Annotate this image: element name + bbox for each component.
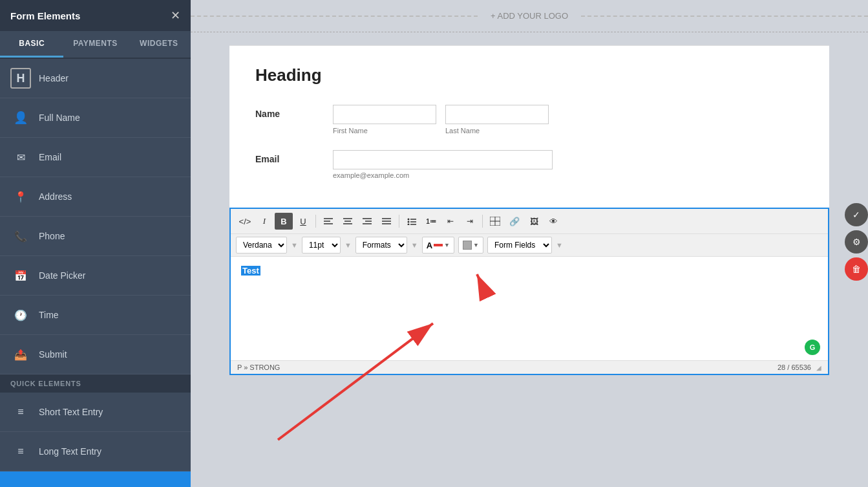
email-field-row: Email example@example.com (255, 150, 803, 179)
char-count: 28 / 65536 (778, 363, 811, 371)
sidebar-item-label: Short Text Entry (39, 407, 103, 417)
grammarly-area: G (805, 340, 820, 355)
first-name-group: First Name (333, 105, 436, 135)
sidebar-item-short-text[interactable]: ≡ Short Text Entry (0, 393, 191, 432)
sidebar-header: Form Elements ✕ (0, 0, 191, 31)
toolbar-ul-btn[interactable] (403, 213, 421, 230)
long-text-icon: ≡ (10, 441, 31, 462)
time-icon: 🕐 (10, 305, 31, 325)
tab-payments[interactable]: PAYMENTS (63, 31, 127, 58)
text-icon: Aa (10, 481, 31, 487)
sidebar-item-submit[interactable]: 📤 Submit (0, 335, 191, 374)
sidebar-item-address[interactable]: 📍 Address (0, 177, 191, 217)
datepicker-icon: 📅 (10, 265, 31, 286)
toolbar-align-left-btn[interactable] (319, 213, 337, 230)
grammarly-button[interactable]: G (805, 340, 820, 355)
gear-button[interactable]: ⚙ (845, 230, 868, 254)
font-color-swatch (434, 244, 443, 246)
align-center-icon (343, 217, 352, 225)
first-name-input[interactable] (333, 105, 436, 124)
toolbar-justify-btn[interactable] (377, 213, 396, 230)
sidebar-item-phone[interactable]: 📞 Phone (0, 217, 191, 256)
short-text-icon: ≡ (10, 402, 31, 422)
sidebar-item-label: Phone (39, 231, 65, 241)
sidebar-tabs: BASIC PAYMENTS WIDGETS (0, 31, 191, 59)
bg-color-button[interactable]: ▼ (458, 237, 483, 254)
toolbar-indent-in-btn[interactable]: ⇥ (461, 213, 479, 230)
address-icon: 📍 (10, 186, 31, 207)
fullname-icon: 👤 (10, 107, 31, 128)
add-logo-button[interactable]: + ADD YOUR LOGO (491, 11, 568, 21)
toolbar-align-right-btn[interactable] (358, 213, 376, 230)
last-name-input[interactable] (445, 105, 549, 124)
last-name-sublabel: Last Name (445, 127, 549, 135)
toolbar-preview-btn[interactable]: 👁 (544, 213, 562, 230)
top-bar: + ADD YOUR LOGO (191, 0, 868, 32)
tab-basic[interactable]: BASIC (0, 31, 63, 58)
sidebar-item-email[interactable]: ✉ Email (0, 138, 191, 177)
form-fields-select[interactable]: Form Fields (487, 237, 552, 254)
sidebar-item-header[interactable]: H Header (0, 59, 191, 98)
trash-button[interactable]: 🗑 (845, 257, 868, 281)
toolbar-underline-btn[interactable]: U (294, 213, 312, 230)
toolbar-ol-btn[interactable]: 1≔ (422, 213, 440, 230)
editor-status-path: P » STRONG (237, 363, 280, 371)
sidebar: Form Elements ✕ BASIC PAYMENTS WIDGETS H… (0, 0, 191, 487)
bg-color-swatch (463, 241, 472, 250)
sidebar-item-text[interactable]: Aa Text ⊕ (0, 471, 191, 487)
toolbar-indent-out-btn[interactable]: ⇤ (441, 213, 460, 230)
sidebar-item-label: Date Picker (39, 270, 85, 281)
toolbar-image-btn[interactable]: 🖼 (525, 213, 543, 230)
editor-content-area[interactable]: Test G (231, 257, 828, 360)
email-icon: ✉ (10, 147, 31, 168)
toolbar-table-btn[interactable] (486, 213, 504, 230)
sidebar-item-label: Time (39, 310, 59, 320)
sidebar-item-datepicker[interactable]: 📅 Date Picker (0, 256, 191, 296)
email-sublabel: example@example.com (333, 171, 553, 179)
check-button[interactable]: ✓ (845, 203, 868, 226)
font-dropdown-arrow: ▼ (291, 241, 298, 249)
name-field-row: Name First Name Last Name (255, 105, 803, 135)
sidebar-item-label: Address (39, 191, 72, 202)
align-right-icon (363, 217, 372, 225)
drag-handle-icon: ⊕ (172, 485, 180, 488)
sidebar-item-long-text[interactable]: ≡ Long Text Entry (0, 432, 191, 471)
fontsize-dropdown-arrow: ▼ (344, 241, 352, 249)
sidebar-item-label: Submit (39, 349, 67, 360)
format-dropdown-arrow: ▼ (411, 241, 418, 249)
tab-widgets[interactable]: WIDGETS (127, 31, 191, 58)
resize-handle-icon[interactable]: ◢ (816, 364, 821, 371)
sidebar-item-time[interactable]: 🕐 Time (0, 296, 191, 335)
submit-icon: 📤 (10, 344, 31, 365)
close-button[interactable]: ✕ (171, 8, 180, 23)
editor-box: </> I B U (229, 208, 829, 375)
sidebar-item-label: Full Name (39, 113, 80, 123)
table-icon (490, 217, 500, 226)
font-family-select[interactable]: Verdana (236, 237, 287, 254)
quick-elements-label: QUICK ELEMENTS (0, 374, 191, 393)
toolbar-code-btn[interactable]: </> (236, 213, 254, 230)
name-inputs: First Name Last Name (333, 105, 549, 135)
toolbar-align-center-btn[interactable] (339, 213, 357, 230)
sidebar-item-label: Header (39, 73, 69, 83)
font-color-arrow: ▼ (444, 242, 450, 248)
form-card: Heading Name First Name Last Name E (229, 45, 829, 208)
justify-icon (382, 217, 391, 225)
format-select[interactable]: Formats (355, 237, 407, 254)
toolbar-sep-3 (482, 215, 483, 228)
toolbar-bold-btn[interactable]: B (275, 213, 293, 230)
align-left-icon (324, 217, 333, 225)
form-heading: Heading (255, 65, 803, 85)
editor-toolbar-row1: </> I B U (231, 209, 828, 234)
font-size-select[interactable]: 11pt (302, 237, 341, 254)
svg-point-12 (408, 219, 410, 221)
toolbar-italic-btn[interactable]: I (255, 213, 273, 230)
sidebar-items: H Header 👤 Full Name ✉ Email 📍 Address 📞… (0, 59, 191, 487)
email-input[interactable] (333, 150, 553, 169)
right-actions: ✓ ⚙ 🗑 (845, 203, 868, 285)
font-color-button[interactable]: A ▼ (422, 237, 454, 254)
toolbar-link-btn[interactable]: 🔗 (505, 213, 524, 230)
sidebar-item-fullname[interactable]: 👤 Full Name (0, 98, 191, 138)
header-icon: H (10, 68, 31, 89)
last-name-group: Last Name (445, 105, 549, 135)
